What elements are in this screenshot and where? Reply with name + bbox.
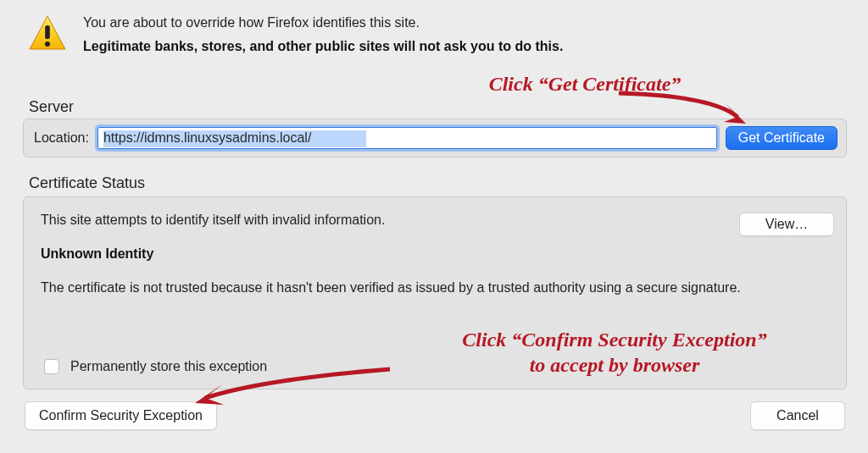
- certificate-status-box: This site attempts to identify itself wi…: [23, 196, 847, 389]
- unknown-identity-heading: Unknown Identity: [41, 246, 832, 262]
- permanently-store-label: Permanently store this exception: [70, 359, 267, 374]
- view-button[interactable]: View…: [739, 213, 834, 236]
- location-input[interactable]: [97, 127, 717, 149]
- header-line2: Legitimate banks, stores, and other publ…: [83, 39, 563, 54]
- server-box: Location: Get Certificate: [23, 119, 847, 157]
- permanently-store-checkbox[interactable]: [44, 359, 59, 374]
- location-label: Location:: [34, 130, 89, 146]
- get-certificate-button[interactable]: Get Certificate: [726, 126, 837, 150]
- status-explain-text: The certificate is not trusted because i…: [41, 280, 832, 296]
- warning-icon: [27, 14, 68, 54]
- svg-point-1: [45, 41, 50, 47]
- permanently-store-row[interactable]: Permanently store this exception: [41, 356, 267, 377]
- certificate-status-label: Certificate Status: [29, 174, 145, 192]
- svg-rect-0: [45, 25, 50, 39]
- server-section-label: Server: [29, 98, 74, 116]
- status-attempt-text: This site attempts to identify itself wi…: [41, 213, 832, 228]
- cancel-button[interactable]: Cancel: [750, 401, 845, 430]
- annotation-get-certificate: Click “Get Certificate”: [424, 71, 746, 97]
- header-text: You are about to override how Firefox id…: [83, 15, 563, 54]
- header-line1: You are about to override how Firefox id…: [83, 15, 563, 30]
- confirm-security-exception-button[interactable]: Confirm Security Exception: [25, 401, 217, 430]
